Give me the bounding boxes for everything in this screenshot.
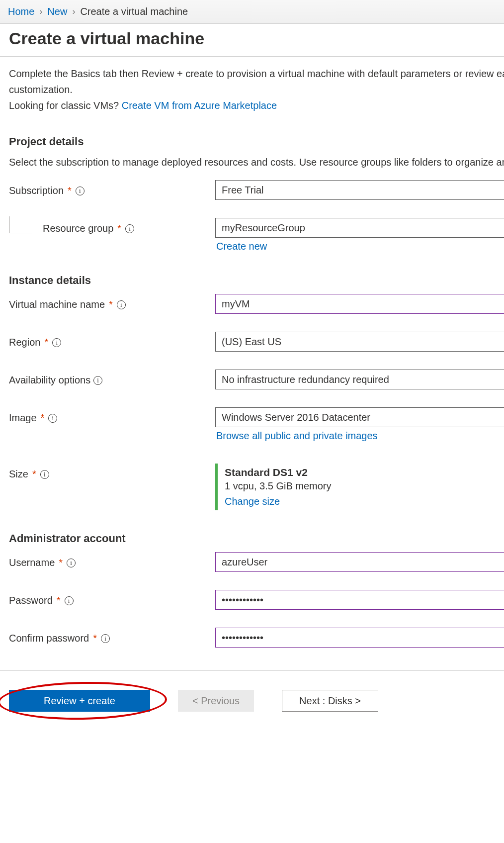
required-icon: *	[116, 223, 122, 234]
size-panel: Standard DS1 v2 1 vcpu, 3.5 GiB memory C…	[215, 464, 495, 510]
required-icon: *	[40, 412, 46, 424]
info-icon[interactable]: i	[125, 224, 134, 233]
label-availability: Availability options	[9, 375, 90, 386]
required-icon: *	[108, 299, 114, 310]
label-username: Username	[9, 557, 55, 568]
info-icon[interactable]: i	[117, 300, 126, 309]
username-input[interactable]: azureUser	[215, 552, 504, 572]
intro-text: Complete the Basics tab then Review + cr…	[9, 67, 495, 112]
label-size: Size	[9, 468, 28, 480]
info-icon[interactable]: i	[65, 596, 74, 605]
vm-name-input[interactable]: myVM	[215, 294, 504, 314]
required-icon: *	[58, 557, 64, 568]
label-resource-group: Resource group	[43, 223, 113, 234]
next-disks-button[interactable]: Next : Disks >	[282, 690, 378, 712]
section-heading-instance-details: Instance details	[9, 274, 495, 287]
info-icon[interactable]: i	[101, 634, 110, 643]
breadcrumb-current: Create a virtual machine	[80, 6, 188, 17]
breadcrumb: Home › New › Create a virtual machine	[0, 0, 504, 24]
review-create-button[interactable]: Review + create	[9, 690, 150, 712]
link-create-new-rg[interactable]: Create new	[215, 238, 495, 252]
info-icon[interactable]: i	[52, 338, 61, 347]
link-change-size[interactable]: Change size	[225, 496, 495, 507]
availability-select[interactable]: No infrastructure redundancy required	[215, 370, 504, 389]
breadcrumb-home[interactable]: Home	[8, 6, 34, 17]
link-create-vm-marketplace[interactable]: Create VM from Azure Marketplace	[122, 100, 277, 111]
section-heading-project-details: Project details	[9, 135, 495, 148]
required-icon: *	[43, 337, 49, 348]
password-input[interactable]: ••••••••••••	[215, 590, 504, 610]
previous-button[interactable]: < Previous	[178, 690, 254, 712]
section-heading-admin-account: Administrator account	[9, 532, 495, 545]
subscription-select[interactable]: Free Trial	[215, 180, 504, 200]
page-title: Create a virtual machine	[9, 29, 495, 48]
label-vm-name: Virtual machine name	[9, 299, 105, 310]
tree-connector-icon	[9, 216, 32, 233]
confirm-password-input[interactable]: ••••••••••••	[215, 628, 504, 648]
link-browse-images[interactable]: Browse all public and private images	[215, 427, 495, 442]
resource-group-select[interactable]: myResourceGroup	[215, 218, 504, 238]
image-select[interactable]: Windows Server 2016 Datacenter	[215, 407, 504, 427]
label-password: Password	[9, 595, 53, 606]
region-select[interactable]: (US) East US	[215, 332, 504, 352]
info-icon[interactable]: i	[67, 559, 76, 567]
chevron-right-icon: ›	[39, 6, 42, 17]
info-icon[interactable]: i	[40, 470, 49, 479]
info-icon[interactable]: i	[76, 187, 84, 195]
required-icon: *	[67, 185, 73, 196]
label-confirm-password: Confirm password	[9, 633, 89, 644]
intro-classic-prompt: Looking for classic VMs?	[9, 100, 122, 111]
required-icon: *	[31, 468, 37, 480]
required-icon: *	[56, 595, 62, 606]
size-name: Standard DS1 v2	[225, 467, 495, 478]
label-subscription: Subscription	[9, 185, 64, 196]
section-desc-project: Select the subscription to manage deploy…	[9, 155, 495, 169]
label-image: Image	[9, 412, 37, 424]
size-desc: 1 vcpu, 3.5 GiB memory	[225, 480, 495, 492]
info-icon[interactable]: i	[93, 376, 102, 385]
wizard-footer: Review + create < Previous Next : Disks …	[0, 670, 504, 731]
label-region: Region	[9, 337, 40, 348]
intro-line2: customization.	[9, 83, 495, 96]
chevron-right-icon: ›	[72, 6, 75, 17]
required-icon: *	[92, 633, 98, 644]
breadcrumb-new[interactable]: New	[47, 6, 67, 17]
intro-line1: Complete the Basics tab then Review + cr…	[9, 67, 495, 81]
info-icon[interactable]: i	[48, 414, 57, 423]
